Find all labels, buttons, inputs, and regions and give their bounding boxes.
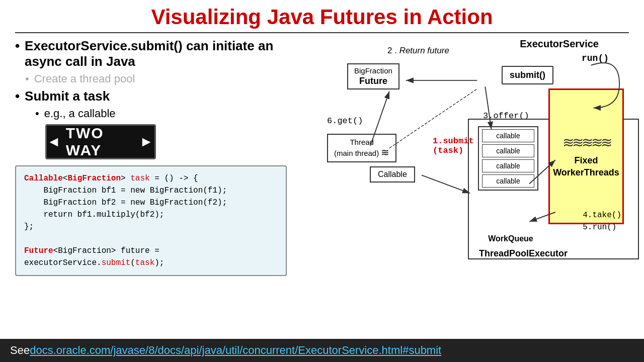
get-label: 6.get() [327,116,363,126]
future-box-top: BigFraction [354,66,392,75]
code-box: Callable<BigFraction> task = () -> { Big… [15,165,287,276]
workqueue-area: callable callable callable callable [478,126,538,191]
content-area: • ExecutorService.submit() can initiate … [15,38,629,330]
future-box: BigFraction Future [347,63,399,89]
return-label: 2 . 2 . Return future Return future [387,46,449,56]
worker-box: ≋≋≋≋≋ Fixed WorkerThreads [548,88,624,224]
svg-line-5 [422,175,470,193]
code-line-7: Future<BigFraction> future = executorSer… [24,245,278,269]
run-label: run() [582,53,609,63]
code-line-3: BigFraction bf2 = new BigFraction(f2); [24,197,278,209]
workqueue-label: WorkQueue [486,234,536,243]
bullet-1: • ExecutorService.submit() can initiate … [15,38,292,69]
bullet-dot-1: • [15,38,20,54]
callable-item-1: callable [482,129,534,142]
callable-item-4: callable [482,174,534,188]
bullet-2: • Create a thread pool [25,72,292,85]
slide-title: Visualizing Java Futures in Action [15,5,629,33]
see-text: See [10,344,30,357]
right-panel: ExecutorService run() submit() BigFracti… [297,38,629,320]
future-box-bottom: Future [354,76,392,86]
oracle-link[interactable]: docs.oracle.com/javase/8/docs/api/java/u… [30,344,441,357]
bullet-dot-3: • [15,88,20,104]
tpe-label: ThreadPoolExecutor [463,248,584,259]
callable-box: Callable [370,166,415,183]
code-line-6 [24,233,278,245]
bullet-dot-2: • [25,72,29,85]
callable-item-2: callable [482,144,534,157]
bottom-bar: See docs.oracle.com/javase/8/docs/api/ja… [0,339,644,362]
bullet-3: • Submit a task [15,88,292,104]
bullet-4: • e.g., a callable [35,107,292,120]
bullet-dot-4: • [35,107,39,120]
executor-service-label: ExecutorService [520,38,599,50]
thread-box: Thread (main thread) ≋ [327,134,396,162]
callable-item-3: callable [482,159,534,172]
code-line-5: }; [24,221,278,233]
code-line-4: return bf1.multiply(bf2); [24,209,278,221]
squiggles-icon: ≋≋≋≋≋ [562,134,610,151]
code-line-1: Callable<BigFraction> task = () -> { [24,172,278,185]
slide: Visualizing Java Futures in Action • Exe… [0,0,644,362]
worker-box-label: Fixed WorkerThreads [553,155,619,178]
submit-box: submit() [502,66,553,84]
code-line-2: BigFraction bf1 = new BigFraction(f1); [24,185,278,197]
take-run-label: 4.take() 5.run() [583,209,621,233]
two-way-sign: TWO WAY [45,124,156,159]
left-panel: • ExecutorService.submit() can initiate … [15,38,297,330]
